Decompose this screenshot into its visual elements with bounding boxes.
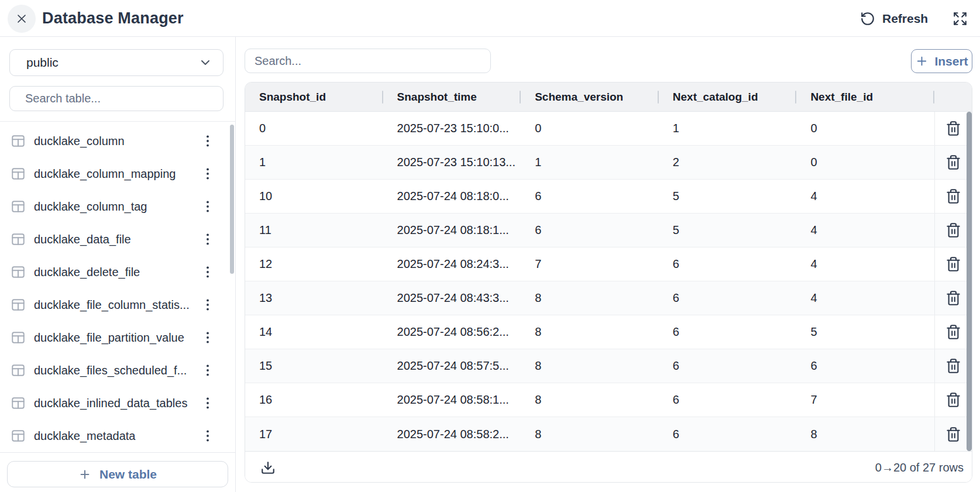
column-header-next_file_id[interactable]: Next_file_id bbox=[796, 82, 934, 111]
delete-row-button[interactable] bbox=[945, 222, 961, 238]
sidebar-item-ducklake_file_partition_value[interactable]: ducklake_file_partition_value bbox=[0, 321, 235, 354]
table-cell[interactable]: 2025-07-24 08:57:5... bbox=[383, 349, 521, 383]
table-cell[interactable]: 10 bbox=[245, 180, 383, 213]
table-scrollbar[interactable] bbox=[967, 112, 972, 451]
table-cell[interactable]: 5 bbox=[659, 180, 797, 213]
table-cell[interactable]: 1 bbox=[659, 112, 797, 145]
kebab-menu-icon[interactable] bbox=[200, 133, 215, 149]
kebab-menu-icon[interactable] bbox=[200, 363, 215, 378]
table-cell[interactable]: 6 bbox=[521, 180, 659, 213]
table-row[interactable]: 132025-07-24 08:43:3...864 bbox=[245, 281, 972, 315]
table-cell[interactable]: 2025-07-24 08:56:2... bbox=[383, 315, 521, 349]
table-cell[interactable]: 2025-07-24 08:18:1... bbox=[383, 214, 521, 247]
table-search-input[interactable] bbox=[9, 86, 223, 111]
table-row[interactable]: 12025-07-23 15:10:13...120 bbox=[245, 146, 972, 180]
sidebar-item-ducklake_file_column_statis[interactable]: ducklake_file_column_statis... bbox=[0, 288, 235, 321]
kebab-menu-icon[interactable] bbox=[200, 428, 215, 443]
new-table-button[interactable]: New table bbox=[7, 461, 228, 487]
table-cell[interactable]: 6 bbox=[659, 247, 797, 281]
table-cell[interactable]: 6 bbox=[659, 315, 797, 349]
delete-row-button[interactable] bbox=[945, 256, 961, 272]
table-cell[interactable]: 11 bbox=[245, 214, 383, 247]
column-header-snapshot_id[interactable]: Snapshot_id bbox=[245, 82, 383, 111]
table-cell[interactable]: 2025-07-24 08:24:3... bbox=[383, 247, 521, 281]
table-cell[interactable]: 14 bbox=[245, 315, 383, 349]
table-row[interactable]: 142025-07-24 08:56:2...865 bbox=[245, 315, 972, 349]
table-cell[interactable]: 5 bbox=[659, 214, 797, 247]
delete-row-button[interactable] bbox=[945, 392, 961, 408]
sidebar-scrollbar[interactable] bbox=[230, 125, 234, 274]
delete-row-button[interactable] bbox=[945, 324, 961, 340]
table-cell[interactable]: 4 bbox=[796, 247, 934, 281]
table-cell[interactable]: 2025-07-24 08:58:2... bbox=[383, 417, 521, 451]
table-row[interactable]: 102025-07-24 08:18:0...654 bbox=[245, 180, 972, 214]
table-cell[interactable]: 2025-07-23 15:10:0... bbox=[383, 112, 521, 145]
table-cell[interactable]: 8 bbox=[521, 383, 659, 417]
table-row[interactable]: 172025-07-24 08:58:2...868 bbox=[245, 417, 972, 451]
table-row[interactable]: 02025-07-23 15:10:0...010 bbox=[245, 112, 972, 146]
delete-row-button[interactable] bbox=[945, 121, 961, 136]
table-cell[interactable]: 2025-07-24 08:18:0... bbox=[383, 180, 521, 213]
refresh-button[interactable]: Refresh bbox=[860, 0, 928, 37]
download-button[interactable] bbox=[260, 460, 276, 475]
table-cell[interactable]: 7 bbox=[521, 247, 659, 281]
table-cell[interactable]: 6 bbox=[659, 417, 797, 451]
table-cell[interactable]: 15 bbox=[245, 349, 383, 383]
sidebar-item-ducklake_column[interactable]: ducklake_column bbox=[0, 125, 235, 157]
table-cell[interactable]: 0 bbox=[521, 112, 659, 145]
insert-button[interactable]: Insert bbox=[911, 49, 972, 73]
table-row[interactable]: 152025-07-24 08:57:5...866 bbox=[245, 349, 972, 383]
table-cell[interactable]: 8 bbox=[796, 417, 934, 451]
kebab-menu-icon[interactable] bbox=[200, 297, 215, 312]
table-cell[interactable]: 12 bbox=[245, 247, 383, 281]
table-cell[interactable]: 8 bbox=[521, 281, 659, 315]
sidebar-item-ducklake_data_file[interactable]: ducklake_data_file bbox=[0, 223, 235, 256]
table-cell[interactable]: 4 bbox=[796, 281, 934, 315]
table-cell[interactable]: 2025-07-23 15:10:13... bbox=[383, 146, 521, 179]
table-cell[interactable]: 2 bbox=[659, 146, 797, 179]
table-cell[interactable]: 4 bbox=[796, 180, 934, 213]
kebab-menu-icon[interactable] bbox=[200, 395, 215, 411]
delete-row-button[interactable] bbox=[945, 358, 961, 374]
delete-row-button[interactable] bbox=[945, 188, 961, 204]
table-cell[interactable]: 6 bbox=[659, 281, 797, 315]
column-header-snapshot_time[interactable]: Snapshot_time bbox=[383, 82, 521, 111]
table-cell[interactable]: 8 bbox=[521, 417, 659, 451]
column-header-schema_version[interactable]: Schema_version bbox=[521, 82, 659, 111]
kebab-menu-icon[interactable] bbox=[200, 232, 215, 247]
sidebar-item-ducklake_column_tag[interactable]: ducklake_column_tag bbox=[0, 190, 235, 223]
table-cell[interactable]: 0 bbox=[796, 112, 934, 145]
sidebar-item-ducklake_metadata[interactable]: ducklake_metadata bbox=[0, 419, 235, 452]
table-cell[interactable]: 13 bbox=[245, 281, 383, 315]
close-button[interactable] bbox=[8, 5, 36, 33]
delete-row-button[interactable] bbox=[945, 426, 961, 442]
table-row[interactable]: 122025-07-24 08:24:3...764 bbox=[245, 247, 972, 281]
table-cell[interactable]: 6 bbox=[659, 383, 797, 417]
table-cell[interactable]: 0 bbox=[245, 112, 383, 145]
table-cell[interactable]: 1 bbox=[521, 146, 659, 179]
table-cell[interactable]: 0 bbox=[796, 146, 934, 179]
table-cell[interactable]: 6 bbox=[659, 349, 797, 383]
table-row[interactable]: 112025-07-24 08:18:1...654 bbox=[245, 214, 972, 247]
fullscreen-button[interactable] bbox=[951, 10, 969, 27]
table-cell[interactable]: 6 bbox=[521, 214, 659, 247]
table-cell[interactable]: 7 bbox=[796, 383, 934, 417]
table-cell[interactable]: 6 bbox=[796, 349, 934, 383]
row-search-input[interactable] bbox=[245, 49, 491, 73]
column-header-next_catalog_id[interactable]: Next_catalog_id bbox=[659, 82, 797, 111]
kebab-menu-icon[interactable] bbox=[200, 264, 215, 280]
table-cell[interactable]: 16 bbox=[245, 383, 383, 417]
delete-row-button[interactable] bbox=[945, 154, 961, 170]
sidebar-item-ducklake_delete_file[interactable]: ducklake_delete_file bbox=[0, 256, 235, 288]
table-cell[interactable]: 2025-07-24 08:58:1... bbox=[383, 383, 521, 417]
kebab-menu-icon[interactable] bbox=[200, 199, 215, 214]
sidebar-item-ducklake_files_scheduled_f[interactable]: ducklake_files_scheduled_f... bbox=[0, 354, 235, 387]
table-cell[interactable]: 2025-07-24 08:43:3... bbox=[383, 281, 521, 315]
table-cell[interactable]: 1 bbox=[245, 146, 383, 179]
table-cell[interactable]: 8 bbox=[521, 349, 659, 383]
table-cell[interactable]: 17 bbox=[245, 417, 383, 451]
sidebar-item-ducklake_inlined_data_tables[interactable]: ducklake_inlined_data_tables bbox=[0, 387, 235, 419]
table-cell[interactable]: 8 bbox=[521, 315, 659, 349]
schema-select[interactable]: public bbox=[9, 49, 223, 76]
sidebar-item-ducklake_column_mapping[interactable]: ducklake_column_mapping bbox=[0, 157, 235, 190]
